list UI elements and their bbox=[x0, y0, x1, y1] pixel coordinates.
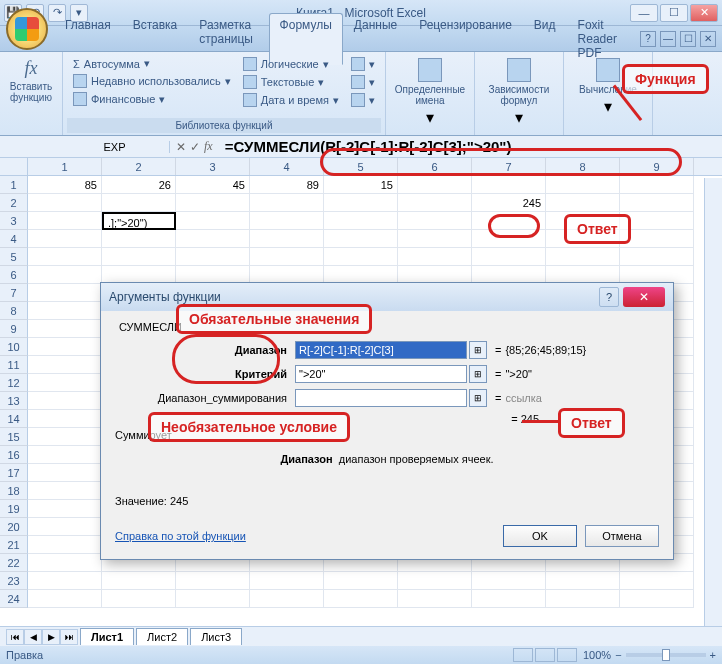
cell[interactable] bbox=[176, 230, 250, 248]
row-header[interactable]: 17 bbox=[0, 464, 28, 482]
cell[interactable]: 15 bbox=[324, 176, 398, 194]
cell[interactable] bbox=[472, 248, 546, 266]
cell[interactable] bbox=[546, 590, 620, 608]
name-box[interactable]: EXP bbox=[60, 141, 170, 153]
cell[interactable] bbox=[620, 248, 694, 266]
cell[interactable] bbox=[28, 410, 102, 428]
cell[interactable]: 89 bbox=[250, 176, 324, 194]
sheet-tab-1[interactable]: Лист1 bbox=[80, 628, 134, 645]
cell[interactable] bbox=[176, 572, 250, 590]
cell[interactable] bbox=[28, 500, 102, 518]
row-header[interactable]: 2 bbox=[0, 194, 28, 212]
row-header[interactable]: 15 bbox=[0, 428, 28, 446]
cell[interactable] bbox=[28, 284, 102, 302]
row-header[interactable]: 23 bbox=[0, 572, 28, 590]
cell[interactable] bbox=[398, 194, 472, 212]
cell[interactable] bbox=[28, 392, 102, 410]
accept-formula-icon[interactable]: ✓ bbox=[190, 140, 200, 154]
cell[interactable] bbox=[28, 356, 102, 374]
cell[interactable] bbox=[324, 590, 398, 608]
sheet-nav-prev[interactable]: ◀ bbox=[24, 629, 42, 645]
cell[interactable] bbox=[28, 302, 102, 320]
more-button[interactable]: ▾ bbox=[347, 92, 379, 108]
cell[interactable] bbox=[398, 590, 472, 608]
cell[interactable] bbox=[28, 446, 102, 464]
cell[interactable] bbox=[546, 176, 620, 194]
fx-button-icon[interactable]: fx bbox=[204, 139, 213, 154]
cell[interactable]: .];">20") bbox=[102, 212, 176, 230]
sheet-nav-first[interactable]: ⏮ bbox=[6, 629, 24, 645]
row-header[interactable]: 7 bbox=[0, 284, 28, 302]
col-header[interactable]: 3 bbox=[176, 158, 250, 175]
row-header[interactable]: 1 bbox=[0, 176, 28, 194]
row-header[interactable]: 16 bbox=[0, 446, 28, 464]
criteria-picker-icon[interactable]: ⊞ bbox=[469, 365, 487, 383]
cell[interactable] bbox=[620, 194, 694, 212]
zoom-in-button[interactable]: + bbox=[710, 649, 716, 661]
cell[interactable] bbox=[620, 230, 694, 248]
defined-names-button[interactable]: Определенные имена▾ bbox=[390, 54, 470, 131]
cell[interactable] bbox=[398, 248, 472, 266]
row-header[interactable]: 14 bbox=[0, 410, 28, 428]
cell[interactable] bbox=[28, 572, 102, 590]
zoom-thumb[interactable] bbox=[662, 649, 670, 661]
cell[interactable] bbox=[176, 248, 250, 266]
cell[interactable] bbox=[102, 590, 176, 608]
cell[interactable] bbox=[102, 572, 176, 590]
cell[interactable] bbox=[250, 230, 324, 248]
row-header[interactable]: 24 bbox=[0, 590, 28, 608]
cell[interactable] bbox=[324, 212, 398, 230]
cell[interactable] bbox=[28, 248, 102, 266]
lookup-button[interactable]: ▾ bbox=[347, 56, 379, 72]
cell[interactable] bbox=[620, 212, 694, 230]
cell[interactable] bbox=[398, 230, 472, 248]
cell[interactable] bbox=[324, 248, 398, 266]
cell[interactable] bbox=[28, 320, 102, 338]
row-header[interactable]: 11 bbox=[0, 356, 28, 374]
autosum-button[interactable]: ΣАвтосумма ▾ bbox=[69, 56, 235, 71]
cell[interactable] bbox=[546, 572, 620, 590]
row-header[interactable]: 9 bbox=[0, 320, 28, 338]
cancel-formula-icon[interactable]: ✕ bbox=[176, 140, 186, 154]
col-header[interactable]: 2 bbox=[102, 158, 176, 175]
zoom-slider[interactable] bbox=[626, 653, 706, 657]
row-header[interactable]: 20 bbox=[0, 518, 28, 536]
office-button[interactable] bbox=[6, 8, 48, 50]
row-header[interactable]: 22 bbox=[0, 554, 28, 572]
cell[interactable] bbox=[28, 464, 102, 482]
recent-button[interactable]: Недавно использовались ▾ bbox=[69, 73, 235, 89]
cell[interactable] bbox=[250, 248, 324, 266]
financial-button[interactable]: Финансовые ▾ bbox=[69, 91, 235, 107]
cell[interactable] bbox=[28, 266, 102, 284]
cell[interactable] bbox=[398, 572, 472, 590]
cell[interactable]: 245 bbox=[472, 194, 546, 212]
logical-button[interactable]: Логические ▾ bbox=[239, 56, 343, 72]
cell[interactable] bbox=[620, 176, 694, 194]
cell[interactable] bbox=[472, 176, 546, 194]
cancel-button[interactable]: Отмена bbox=[585, 525, 659, 547]
sheet-tab-3[interactable]: Лист3 bbox=[190, 628, 242, 645]
cell[interactable] bbox=[176, 590, 250, 608]
arg-sumrange-input[interactable] bbox=[295, 389, 467, 407]
row-header[interactable]: 6 bbox=[0, 266, 28, 284]
cell[interactable] bbox=[28, 482, 102, 500]
cell[interactable] bbox=[324, 572, 398, 590]
col-header[interactable]: 4 bbox=[250, 158, 324, 175]
cell[interactable] bbox=[28, 194, 102, 212]
arg-range-input[interactable] bbox=[295, 341, 467, 359]
cell[interactable] bbox=[324, 194, 398, 212]
cell[interactable] bbox=[102, 194, 176, 212]
insert-function-button[interactable]: fx Вставить функцию bbox=[4, 54, 58, 107]
math-button[interactable]: ▾ bbox=[347, 74, 379, 90]
cell[interactable] bbox=[250, 590, 324, 608]
cell[interactable]: 85 bbox=[28, 176, 102, 194]
inner-close-button[interactable]: ✕ bbox=[700, 31, 716, 47]
cell[interactable] bbox=[28, 230, 102, 248]
cell[interactable] bbox=[176, 194, 250, 212]
ok-button[interactable]: OK bbox=[503, 525, 577, 547]
cell[interactable] bbox=[176, 212, 250, 230]
row-header[interactable]: 18 bbox=[0, 482, 28, 500]
cell[interactable] bbox=[472, 572, 546, 590]
row-header[interactable]: 12 bbox=[0, 374, 28, 392]
cell[interactable] bbox=[250, 194, 324, 212]
